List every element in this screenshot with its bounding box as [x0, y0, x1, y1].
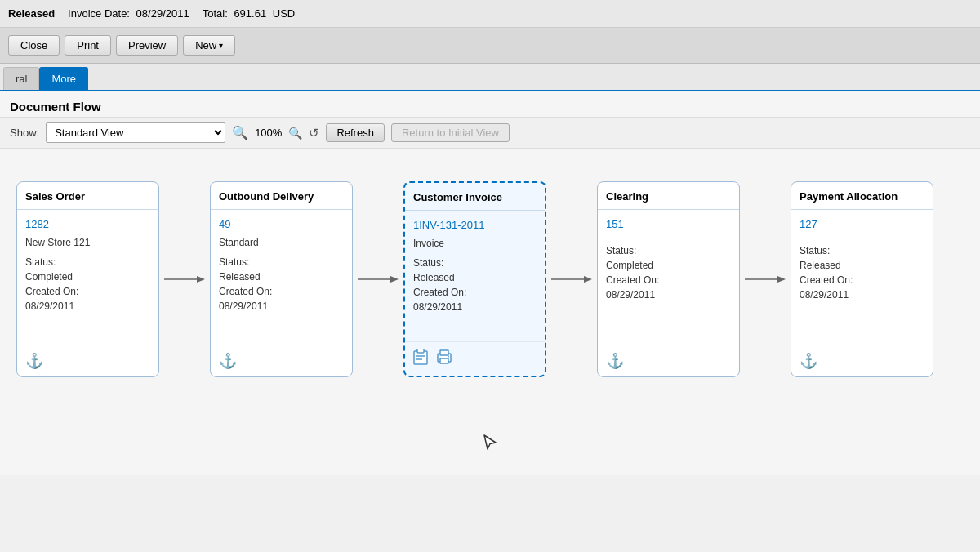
node-customer-invoice-status: Status: Released Created On: 08/29/2011 — [413, 256, 537, 314]
node-outbound-delivery-status: Status: Released Created On: 08/29/2011 — [219, 255, 344, 314]
status-released: Released — [8, 7, 55, 20]
svg-rect-10 — [440, 350, 448, 355]
flow-diagram: Sales Order 1282 New Store 121 Status: C… — [0, 149, 980, 410]
tabs-bar: ral More — [0, 64, 980, 91]
refresh-button[interactable]: Refresh — [326, 123, 385, 142]
anchor-icon[interactable]: ⚓ — [606, 352, 624, 370]
node-clearing: Clearing 151 Status: Completed Created O… — [597, 181, 740, 377]
node-outbound-delivery-ref[interactable]: 49 — [219, 218, 344, 230]
print-icon[interactable] — [436, 349, 452, 368]
toolbar: Close Print Preview New ▾ — [0, 28, 980, 64]
svg-marker-1 — [197, 276, 205, 283]
show-label: Show: — [10, 127, 39, 139]
node-customer-invoice-title: Customer Invoice — [405, 183, 545, 211]
node-clearing-ref[interactable]: 151 — [606, 218, 731, 230]
node-customer-invoice-footer — [405, 341, 545, 376]
node-outbound-delivery-desc: Standard — [219, 237, 344, 248]
node-customer-invoice: Customer Invoice 1INV-131-2011 Invoice S… — [403, 181, 546, 377]
svg-point-11 — [448, 356, 449, 358]
node-outbound-delivery-body: 49 Standard Status: Released Created On:… — [211, 210, 352, 338]
node-outbound-delivery-title: Outbound Delivery — [211, 182, 352, 210]
node-sales-order-body: 1282 New Store 121 Status: Completed Cre… — [17, 210, 158, 338]
view-select[interactable]: Standard View — [46, 122, 225, 143]
node-payment-allocation-body: 127 Status: Released Created On: 08/29/2… — [791, 210, 933, 338]
anchor-icon[interactable]: ⚓ — [219, 352, 237, 370]
node-payment-allocation-status: Status: Released Created On: 08/29/2011 — [800, 243, 924, 302]
node-sales-order-desc: New Store 121 — [25, 237, 150, 248]
anchor-icon[interactable]: ⚓ — [25, 352, 43, 370]
invoice-date-label: Invoice Date: 08/29/2011 — [68, 7, 189, 20]
zoom-level: 100% — [255, 127, 282, 139]
doc-flow-section: Document Flow Show: Standard View 🔍 100%… — [0, 91, 980, 475]
svg-rect-5 — [417, 349, 424, 353]
tab-more[interactable]: More — [39, 67, 88, 90]
new-button[interactable]: New ▾ — [183, 35, 235, 56]
svg-rect-9 — [440, 358, 448, 363]
close-button[interactable]: Close — [8, 35, 60, 56]
node-clearing-status: Status: Completed Created On: 08/29/2011 — [606, 243, 731, 302]
flow-arrow-2 — [353, 271, 403, 287]
doc-flow-title: Document Flow — [0, 91, 980, 117]
preview-button[interactable]: Preview — [116, 35, 178, 56]
anchor-icon[interactable]: ⚓ — [800, 352, 817, 370]
node-outbound-delivery-footer: ⚓ — [211, 345, 352, 376]
cursor-icon — [480, 433, 500, 452]
node-customer-invoice-ref[interactable]: 1INV-131-2011 — [413, 219, 537, 231]
node-payment-allocation-footer: ⚓ — [791, 345, 933, 376]
node-payment-allocation-ref[interactable]: 127 — [800, 218, 924, 230]
node-customer-invoice-desc: Invoice — [413, 238, 537, 249]
zoom-in-icon[interactable]: 🔍 — [232, 125, 248, 140]
clipboard-icon[interactable] — [413, 349, 428, 369]
node-clearing-title: Clearing — [598, 182, 739, 210]
controls-bar: Show: Standard View 🔍 100% 🔍 ↺ Refresh R… — [0, 117, 980, 149]
node-clearing-body: 151 Status: Completed Created On: 08/29/… — [598, 210, 739, 338]
total-label: Total: 691.61 USD — [203, 7, 296, 20]
node-clearing-footer: ⚓ — [598, 345, 739, 376]
print-button[interactable]: Print — [65, 35, 111, 56]
status-bar: Released Invoice Date: 08/29/2011 Total:… — [0, 0, 980, 28]
node-payment-allocation-title: Payment Allocation — [791, 182, 933, 210]
cursor-area — [0, 410, 980, 475]
node-customer-invoice-body: 1INV-131-2011 Invoice Status: Released C… — [405, 211, 545, 335]
tab-general[interactable]: ral — [3, 67, 39, 90]
reset-zoom-icon[interactable]: ↺ — [309, 126, 319, 140]
flow-arrow-1 — [159, 271, 210, 287]
node-sales-order-ref[interactable]: 1282 — [25, 218, 150, 230]
node-payment-allocation: Payment Allocation 127 Status: Released … — [791, 181, 933, 377]
node-sales-order-status: Status: Completed Created On: 08/29/2011 — [25, 255, 150, 314]
zoom-out-icon[interactable]: 🔍 — [288, 127, 302, 140]
flow-arrow-4 — [740, 271, 791, 287]
svg-marker-3 — [390, 276, 399, 283]
flow-arrow-3 — [546, 271, 597, 287]
new-dropdown-arrow: ▾ — [219, 41, 223, 50]
node-sales-order-title: Sales Order — [17, 182, 158, 210]
node-sales-order: Sales Order 1282 New Store 121 Status: C… — [16, 181, 159, 377]
node-sales-order-footer: ⚓ — [17, 345, 158, 376]
node-outbound-delivery: Outbound Delivery 49 Standard Status: Re… — [210, 181, 353, 377]
return-initial-button[interactable]: Return to Initial View — [391, 123, 510, 142]
svg-marker-13 — [584, 276, 592, 283]
svg-marker-15 — [777, 276, 786, 283]
